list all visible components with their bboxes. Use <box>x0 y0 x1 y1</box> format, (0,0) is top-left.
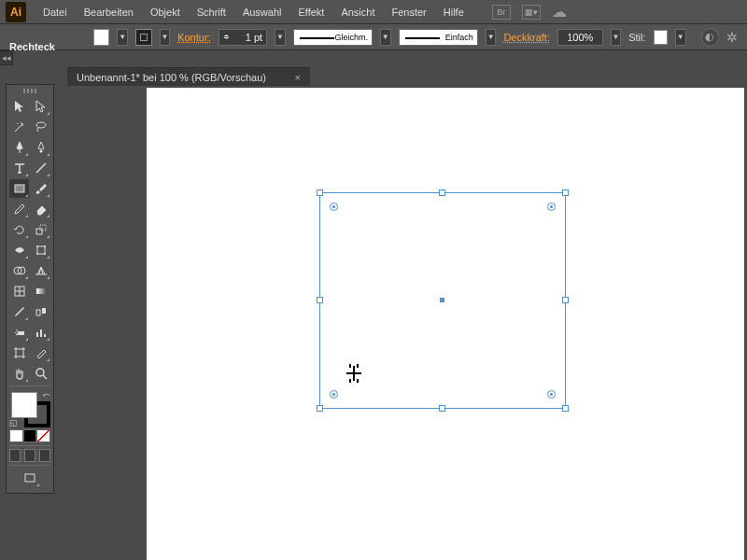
svg-rect-6 <box>40 225 46 231</box>
svg-point-10 <box>36 253 38 255</box>
menu-datei[interactable]: Datei <box>35 3 75 21</box>
curvature-tool[interactable] <box>31 138 50 157</box>
stroke-label[interactable]: Kontur: <box>177 32 210 43</box>
swap-fill-stroke-icon[interactable]: ⤺ <box>43 390 50 399</box>
paintbrush-tool[interactable] <box>31 179 50 198</box>
direct-selection-tool[interactable] <box>31 97 50 116</box>
line-segment-tool[interactable] <box>31 159 50 177</box>
menu-hilfe[interactable]: Hilfe <box>436 3 472 21</box>
blend-tool[interactable] <box>31 302 50 321</box>
color-mode-solid[interactable] <box>9 429 23 442</box>
bridge-icon[interactable]: Br <box>492 5 511 20</box>
handle-mid-left[interactable] <box>317 297 323 303</box>
menu-ansicht[interactable]: Ansicht <box>333 3 382 21</box>
pen-tool[interactable] <box>9 138 29 157</box>
fill-stroke-indicator[interactable]: ⤺ ◱ <box>9 390 50 427</box>
draw-behind-icon[interactable] <box>24 449 35 462</box>
opacity-dropdown[interactable]: ▼ <box>611 29 622 46</box>
live-corner-br[interactable] <box>547 390 556 399</box>
menu-bar: Ai Datei Bearbeiten Objekt Schrift Auswa… <box>0 0 747 24</box>
live-corner-tl[interactable] <box>330 203 338 211</box>
settings-icon[interactable]: ✲ <box>726 30 738 45</box>
width-profile-dropdown[interactable]: ▼ <box>380 29 391 46</box>
panel-collapse-toggle[interactable]: ◂◂ <box>0 50 13 65</box>
handle-top-right[interactable] <box>562 189 569 196</box>
rotate-tool[interactable] <box>9 220 29 239</box>
svg-point-2 <box>39 150 42 153</box>
stroke-dropdown[interactable]: ▼ <box>160 29 171 46</box>
menubar-extras: Br ▦▾ ☁ <box>492 3 567 21</box>
svg-rect-15 <box>36 288 46 294</box>
svg-point-1 <box>36 122 46 128</box>
artboard-tool[interactable] <box>9 343 29 362</box>
recolor-icon[interactable]: ◐ <box>701 28 719 47</box>
menu-objekt[interactable]: Objekt <box>143 3 188 21</box>
menu-fenster[interactable]: Fenster <box>384 3 433 21</box>
live-corner-bl[interactable] <box>330 390 338 399</box>
color-mode-gradient[interactable] <box>23 429 37 442</box>
fill-color-indicator[interactable] <box>11 392 37 418</box>
default-fill-stroke-icon[interactable]: ◱ <box>9 418 18 427</box>
perspective-grid-tool[interactable] <box>31 261 50 280</box>
zoom-tool[interactable] <box>31 364 50 383</box>
live-corner-tr[interactable] <box>547 203 556 211</box>
shape-builder-tool[interactable] <box>9 261 29 280</box>
selection-tool[interactable] <box>9 97 29 116</box>
handle-bottom-right[interactable] <box>562 405 569 412</box>
color-mode-row <box>9 429 50 442</box>
lasso-tool[interactable] <box>31 118 50 136</box>
type-tool[interactable] <box>9 159 29 177</box>
svg-point-11 <box>44 253 46 255</box>
magic-wand-tool[interactable] <box>9 118 29 136</box>
width-tool[interactable] <box>9 241 29 259</box>
opacity-field[interactable]: 100% <box>557 29 603 46</box>
gradient-tool[interactable] <box>31 282 50 301</box>
brush-definition[interactable]: Einfach <box>399 29 478 46</box>
column-graph-tool[interactable] <box>31 323 50 342</box>
menu-auswahl[interactable]: Auswahl <box>235 3 289 21</box>
slice-tool[interactable] <box>31 343 50 362</box>
document-tab[interactable]: Unbenannt-1* bei 100 % (RGB/Vorschau) × <box>67 67 310 86</box>
control-bar: ▼ ▼ Kontur: ≑1 pt ▼ Gleichm. ▼ Einfach ▼… <box>0 24 747 50</box>
mesh-tool[interactable] <box>9 282 29 301</box>
canvas[interactable] <box>147 88 744 560</box>
center-point[interactable] <box>440 298 444 302</box>
symbol-sprayer-tool[interactable] <box>9 323 29 342</box>
handle-top-left[interactable] <box>317 189 323 196</box>
screen-mode-button[interactable] <box>20 469 40 487</box>
stroke-swatch[interactable] <box>135 29 151 46</box>
fill-swatch[interactable] <box>93 29 109 46</box>
menu-effekt[interactable]: Effekt <box>290 3 331 21</box>
close-tab-icon[interactable]: × <box>295 72 301 83</box>
eyedropper-tool[interactable] <box>9 302 29 321</box>
tools-panel-grip[interactable] <box>9 89 50 94</box>
color-mode-none[interactable] <box>36 429 50 442</box>
free-transform-tool[interactable] <box>31 241 50 259</box>
stroke-weight-field[interactable]: ≑1 pt <box>218 29 267 46</box>
style-dropdown[interactable]: ▼ <box>675 29 686 46</box>
handle-bottom-left[interactable] <box>317 405 323 412</box>
menu-schrift[interactable]: Schrift <box>190 3 233 21</box>
handle-top-mid[interactable] <box>439 189 445 196</box>
menu-bearbeiten[interactable]: Bearbeiten <box>77 3 141 21</box>
brush-dropdown[interactable]: ▼ <box>486 29 497 46</box>
svg-rect-5 <box>36 229 42 234</box>
stroke-weight-value: 1 pt <box>246 32 262 43</box>
hand-tool[interactable] <box>9 364 29 383</box>
variable-width-profile[interactable]: Gleichm. <box>293 29 373 46</box>
draw-normal-icon[interactable] <box>9 449 21 462</box>
fill-dropdown[interactable]: ▼ <box>117 29 128 46</box>
scale-tool[interactable] <box>31 220 50 239</box>
handle-mid-right[interactable] <box>562 297 569 303</box>
draw-inside-icon[interactable] <box>39 449 50 462</box>
eraser-tool[interactable] <box>31 200 50 218</box>
opacity-label[interactable]: Deckkraft: <box>503 32 550 43</box>
opacity-value: 100% <box>567 32 593 43</box>
pencil-tool[interactable] <box>9 200 29 218</box>
rectangle-tool[interactable] <box>9 179 29 198</box>
style-swatch[interactable] <box>654 30 669 45</box>
stroke-weight-dropdown[interactable]: ▼ <box>275 29 286 46</box>
sync-icon[interactable]: ☁ <box>552 3 567 21</box>
handle-bottom-mid[interactable] <box>439 405 445 412</box>
arrange-documents-icon[interactable]: ▦▾ <box>522 5 541 20</box>
